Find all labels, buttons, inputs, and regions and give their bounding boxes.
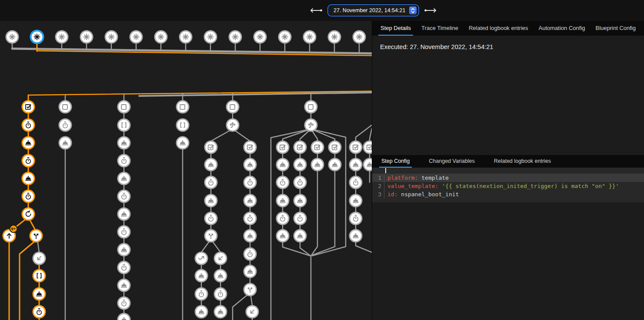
graph-node[interactable] bbox=[305, 119, 317, 131]
graph-node[interactable] bbox=[118, 261, 130, 274]
graph-node[interactable] bbox=[155, 31, 167, 43]
graph-node[interactable] bbox=[118, 137, 130, 149]
graph-node[interactable] bbox=[22, 172, 34, 185]
graph-node[interactable] bbox=[30, 230, 42, 242]
graph-node[interactable] bbox=[277, 176, 289, 188]
graph-node[interactable] bbox=[22, 190, 34, 202]
tab-changed-variables[interactable]: Changed Variables bbox=[427, 155, 477, 168]
graph-node[interactable] bbox=[80, 31, 93, 43]
graph-node[interactable] bbox=[329, 158, 341, 171]
graph-node[interactable] bbox=[294, 176, 306, 188]
run-selector[interactable]: 27. November 2022, 14:54:21 bbox=[329, 6, 418, 15]
graph-node[interactable] bbox=[195, 270, 207, 282]
graph-node[interactable] bbox=[118, 297, 130, 309]
graph-node[interactable] bbox=[244, 212, 256, 224]
graph-node[interactable] bbox=[214, 252, 227, 264]
graph-node[interactable] bbox=[350, 195, 362, 207]
graph-node[interactable] bbox=[22, 119, 34, 131]
graph-node[interactable] bbox=[118, 208, 130, 220]
graph-node[interactable] bbox=[350, 176, 362, 188]
graph-node[interactable] bbox=[33, 306, 45, 318]
graph-node[interactable] bbox=[205, 195, 217, 207]
graph-node[interactable] bbox=[277, 158, 289, 171]
graph-node[interactable] bbox=[364, 141, 372, 153]
graph-node[interactable] bbox=[195, 288, 207, 300]
graph-node[interactable] bbox=[279, 31, 291, 43]
graph-node[interactable] bbox=[33, 252, 45, 264]
graph-node[interactable] bbox=[244, 248, 256, 260]
graph-node[interactable] bbox=[244, 176, 256, 188]
graph-node[interactable] bbox=[22, 208, 34, 220]
graph-node[interactable] bbox=[180, 31, 192, 43]
graph-node[interactable] bbox=[204, 31, 217, 43]
graph-node[interactable] bbox=[105, 31, 117, 43]
graph-node[interactable] bbox=[118, 279, 130, 291]
graph-node[interactable] bbox=[195, 306, 207, 318]
tab-related-logbook-entries[interactable]: Related logbook entries bbox=[467, 21, 531, 36]
graph-node[interactable] bbox=[254, 31, 266, 43]
graph-node[interactable] bbox=[311, 158, 324, 171]
graph-node[interactable] bbox=[214, 306, 227, 318]
graph-node[interactable] bbox=[244, 158, 256, 171]
graph-node[interactable] bbox=[205, 141, 217, 153]
graph-node[interactable] bbox=[364, 158, 372, 171]
graph-node[interactable] bbox=[294, 158, 306, 171]
graph-node[interactable] bbox=[214, 270, 227, 282]
trace-graph-canvas[interactable]: 9+ bbox=[0, 21, 372, 320]
graph-node[interactable] bbox=[22, 101, 34, 113]
graph-node[interactable] bbox=[229, 31, 241, 43]
graph-node[interactable] bbox=[329, 141, 341, 153]
graph-node[interactable] bbox=[177, 137, 189, 149]
graph-node[interactable] bbox=[246, 306, 258, 318]
graph-node[interactable] bbox=[6, 31, 18, 43]
graph-node[interactable] bbox=[118, 313, 130, 320]
graph-node[interactable] bbox=[118, 226, 130, 238]
graph-node[interactable] bbox=[118, 172, 130, 185]
graph-node[interactable] bbox=[130, 31, 142, 43]
graph-node[interactable] bbox=[195, 252, 207, 264]
graph-node[interactable] bbox=[294, 212, 306, 224]
previous-run-arrow-icon[interactable] bbox=[310, 8, 323, 13]
graph-node[interactable] bbox=[22, 155, 34, 167]
graph-node[interactable] bbox=[177, 119, 189, 131]
graph-node[interactable] bbox=[277, 230, 289, 242]
graph-node[interactable] bbox=[350, 141, 362, 153]
tab-related-logbook-entries[interactable]: Related logbook entries bbox=[492, 155, 553, 168]
graph-node[interactable] bbox=[205, 230, 217, 242]
graph-node[interactable] bbox=[214, 288, 227, 300]
tab-step-config[interactable]: Step Config bbox=[379, 155, 412, 168]
graph-node[interactable] bbox=[244, 230, 256, 242]
graph-node[interactable] bbox=[350, 158, 362, 171]
tab-blueprint-config[interactable]: Blueprint Config bbox=[593, 21, 638, 36]
graph-node[interactable] bbox=[59, 137, 71, 149]
graph-node[interactable] bbox=[33, 288, 45, 300]
graph-node[interactable] bbox=[244, 284, 256, 296]
graph-node[interactable] bbox=[56, 31, 68, 43]
next-run-arrow-icon[interactable] bbox=[424, 8, 437, 13]
graph-node[interactable] bbox=[277, 141, 289, 153]
graph-node[interactable] bbox=[118, 155, 130, 167]
graph-node[interactable] bbox=[205, 212, 217, 224]
graph-node[interactable] bbox=[244, 141, 256, 153]
graph-node[interactable] bbox=[118, 244, 130, 256]
graph-node[interactable] bbox=[277, 195, 289, 207]
tab-automation-config[interactable]: Automation Config bbox=[537, 21, 587, 36]
graph-node[interactable] bbox=[353, 31, 365, 43]
graph-node[interactable] bbox=[294, 230, 306, 242]
graph-node[interactable] bbox=[328, 31, 340, 43]
graph-node[interactable] bbox=[118, 101, 130, 113]
graph-node[interactable] bbox=[244, 265, 256, 277]
graph-node[interactable] bbox=[305, 101, 317, 113]
graph-node[interactable] bbox=[350, 212, 362, 224]
graph-node[interactable] bbox=[31, 31, 43, 43]
graph-node[interactable] bbox=[118, 119, 130, 131]
graph-node[interactable] bbox=[350, 230, 362, 242]
graph-node[interactable] bbox=[22, 137, 34, 149]
graph-node[interactable] bbox=[311, 141, 324, 153]
graph-node[interactable] bbox=[227, 119, 239, 131]
graph-node[interactable] bbox=[277, 212, 289, 224]
graph-node[interactable] bbox=[177, 101, 189, 113]
graph-node[interactable] bbox=[205, 158, 217, 171]
graph-node[interactable] bbox=[227, 101, 239, 113]
graph-node[interactable] bbox=[304, 31, 316, 43]
